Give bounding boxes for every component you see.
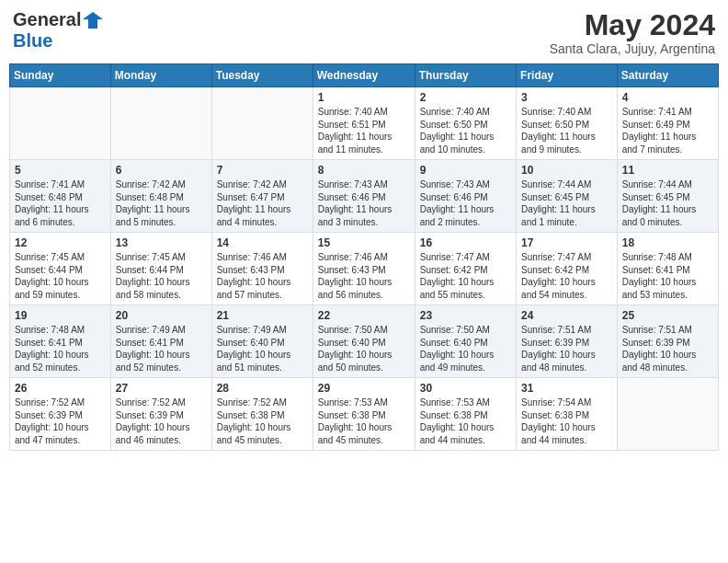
month-title: May 2024 bbox=[550, 9, 715, 41]
calendar-cell: 25Sunrise: 7:51 AM Sunset: 6:39 PM Dayli… bbox=[617, 305, 718, 378]
calendar-cell: 28Sunrise: 7:52 AM Sunset: 6:38 PM Dayli… bbox=[211, 378, 313, 451]
day-info: Sunrise: 7:48 AM Sunset: 6:41 PM Dayligh… bbox=[622, 251, 713, 301]
calendar-cell bbox=[617, 378, 718, 451]
calendar-cell: 9Sunrise: 7:43 AM Sunset: 6:46 PM Daylig… bbox=[415, 160, 516, 233]
day-info: Sunrise: 7:47 AM Sunset: 6:42 PM Dayligh… bbox=[521, 251, 612, 301]
calendar-cell: 31Sunrise: 7:54 AM Sunset: 6:38 PM Dayli… bbox=[517, 378, 618, 451]
calendar-cell bbox=[110, 87, 211, 160]
day-info: Sunrise: 7:42 AM Sunset: 6:47 PM Dayligh… bbox=[217, 178, 308, 228]
calendar-header-row: SundayMondayTuesdayWednesdayThursdayFrid… bbox=[10, 64, 719, 87]
page-header: General Blue May 2024 Santa Clara, Jujuy… bbox=[9, 9, 719, 56]
day-info: Sunrise: 7:47 AM Sunset: 6:42 PM Dayligh… bbox=[420, 251, 511, 301]
logo: General Blue bbox=[13, 9, 105, 52]
col-header-sunday: Sunday bbox=[10, 64, 111, 87]
day-info: Sunrise: 7:40 AM Sunset: 6:51 PM Dayligh… bbox=[318, 106, 410, 155]
day-number: 19 bbox=[15, 309, 106, 322]
day-number: 26 bbox=[15, 382, 106, 395]
calendar-cell: 4Sunrise: 7:41 AM Sunset: 6:49 PM Daylig… bbox=[617, 87, 718, 160]
calendar-cell bbox=[10, 87, 111, 160]
calendar-cell: 27Sunrise: 7:52 AM Sunset: 6:39 PM Dayli… bbox=[110, 378, 211, 451]
calendar-cell: 3Sunrise: 7:40 AM Sunset: 6:50 PM Daylig… bbox=[517, 87, 618, 160]
day-number: 2 bbox=[420, 91, 511, 104]
day-info: Sunrise: 7:46 AM Sunset: 6:43 PM Dayligh… bbox=[217, 251, 308, 301]
calendar-cell: 20Sunrise: 7:49 AM Sunset: 6:41 PM Dayli… bbox=[110, 305, 211, 378]
day-number: 31 bbox=[521, 382, 612, 395]
calendar-week-3: 12Sunrise: 7:45 AM Sunset: 6:44 PM Dayli… bbox=[10, 233, 719, 305]
day-info: Sunrise: 7:43 AM Sunset: 6:46 PM Dayligh… bbox=[318, 178, 410, 228]
calendar-cell: 16Sunrise: 7:47 AM Sunset: 6:42 PM Dayli… bbox=[415, 233, 516, 305]
day-info: Sunrise: 7:50 AM Sunset: 6:40 PM Dayligh… bbox=[318, 324, 410, 373]
day-info: Sunrise: 7:53 AM Sunset: 6:38 PM Dayligh… bbox=[318, 396, 410, 446]
calendar-cell: 29Sunrise: 7:53 AM Sunset: 6:38 PM Dayli… bbox=[313, 378, 415, 451]
col-header-saturday: Saturday bbox=[617, 64, 718, 87]
logo-bird-icon bbox=[83, 10, 103, 30]
calendar-week-5: 26Sunrise: 7:52 AM Sunset: 6:39 PM Dayli… bbox=[10, 378, 719, 451]
calendar-cell: 21Sunrise: 7:49 AM Sunset: 6:40 PM Dayli… bbox=[211, 305, 313, 378]
day-info: Sunrise: 7:44 AM Sunset: 6:45 PM Dayligh… bbox=[622, 178, 713, 228]
day-info: Sunrise: 7:43 AM Sunset: 6:46 PM Dayligh… bbox=[420, 178, 511, 228]
day-number: 29 bbox=[318, 382, 410, 395]
day-info: Sunrise: 7:45 AM Sunset: 6:44 PM Dayligh… bbox=[116, 251, 207, 301]
location: Santa Clara, Jujuy, Argentina bbox=[550, 41, 715, 56]
day-number: 7 bbox=[217, 164, 308, 177]
day-number: 4 bbox=[622, 91, 713, 104]
day-number: 30 bbox=[420, 382, 511, 395]
calendar-cell: 7Sunrise: 7:42 AM Sunset: 6:47 PM Daylig… bbox=[211, 160, 313, 233]
calendar-cell: 30Sunrise: 7:53 AM Sunset: 6:38 PM Dayli… bbox=[415, 378, 516, 451]
day-info: Sunrise: 7:52 AM Sunset: 6:38 PM Dayligh… bbox=[217, 396, 308, 446]
day-info: Sunrise: 7:51 AM Sunset: 6:39 PM Dayligh… bbox=[521, 324, 612, 373]
calendar-cell: 22Sunrise: 7:50 AM Sunset: 6:40 PM Dayli… bbox=[313, 305, 415, 378]
calendar-cell: 10Sunrise: 7:44 AM Sunset: 6:45 PM Dayli… bbox=[517, 160, 618, 233]
day-info: Sunrise: 7:46 AM Sunset: 6:43 PM Dayligh… bbox=[318, 251, 410, 301]
day-number: 21 bbox=[217, 309, 308, 322]
day-number: 5 bbox=[15, 164, 106, 177]
calendar-cell: 23Sunrise: 7:50 AM Sunset: 6:40 PM Dayli… bbox=[415, 305, 516, 378]
day-number: 18 bbox=[622, 236, 713, 249]
svg-marker-0 bbox=[83, 12, 103, 29]
day-number: 23 bbox=[420, 309, 511, 322]
day-number: 12 bbox=[15, 236, 106, 249]
day-info: Sunrise: 7:49 AM Sunset: 6:41 PM Dayligh… bbox=[116, 324, 207, 373]
col-header-monday: Monday bbox=[110, 64, 211, 87]
day-number: 9 bbox=[420, 164, 511, 177]
day-info: Sunrise: 7:44 AM Sunset: 6:45 PM Dayligh… bbox=[521, 178, 612, 228]
day-info: Sunrise: 7:42 AM Sunset: 6:48 PM Dayligh… bbox=[116, 178, 207, 228]
day-number: 10 bbox=[521, 164, 612, 177]
calendar-cell: 19Sunrise: 7:48 AM Sunset: 6:41 PM Dayli… bbox=[10, 305, 111, 378]
day-info: Sunrise: 7:40 AM Sunset: 6:50 PM Dayligh… bbox=[521, 106, 612, 155]
day-info: Sunrise: 7:41 AM Sunset: 6:49 PM Dayligh… bbox=[622, 106, 713, 155]
day-number: 20 bbox=[116, 309, 207, 322]
calendar-cell: 5Sunrise: 7:41 AM Sunset: 6:48 PM Daylig… bbox=[10, 160, 111, 233]
day-number: 28 bbox=[217, 382, 308, 395]
calendar-table: SundayMondayTuesdayWednesdayThursdayFrid… bbox=[9, 63, 719, 451]
calendar-cell: 24Sunrise: 7:51 AM Sunset: 6:39 PM Dayli… bbox=[517, 305, 618, 378]
day-number: 6 bbox=[116, 164, 207, 177]
day-number: 13 bbox=[116, 236, 207, 249]
day-info: Sunrise: 7:48 AM Sunset: 6:41 PM Dayligh… bbox=[15, 324, 106, 373]
day-info: Sunrise: 7:41 AM Sunset: 6:48 PM Dayligh… bbox=[15, 178, 106, 228]
day-number: 15 bbox=[318, 236, 410, 249]
day-number: 17 bbox=[521, 236, 612, 249]
logo-general: General bbox=[13, 9, 81, 30]
calendar-cell: 11Sunrise: 7:44 AM Sunset: 6:45 PM Dayli… bbox=[617, 160, 718, 233]
day-number: 22 bbox=[318, 309, 410, 322]
calendar-cell: 2Sunrise: 7:40 AM Sunset: 6:50 PM Daylig… bbox=[415, 87, 516, 160]
calendar-cell: 1Sunrise: 7:40 AM Sunset: 6:51 PM Daylig… bbox=[313, 87, 415, 160]
day-number: 14 bbox=[217, 236, 308, 249]
day-info: Sunrise: 7:50 AM Sunset: 6:40 PM Dayligh… bbox=[420, 324, 511, 373]
day-info: Sunrise: 7:54 AM Sunset: 6:38 PM Dayligh… bbox=[521, 396, 612, 446]
calendar-week-2: 5Sunrise: 7:41 AM Sunset: 6:48 PM Daylig… bbox=[10, 160, 719, 233]
calendar-cell: 15Sunrise: 7:46 AM Sunset: 6:43 PM Dayli… bbox=[313, 233, 415, 305]
col-header-friday: Friday bbox=[517, 64, 618, 87]
col-header-wednesday: Wednesday bbox=[313, 64, 415, 87]
day-info: Sunrise: 7:52 AM Sunset: 6:39 PM Dayligh… bbox=[15, 396, 106, 446]
day-info: Sunrise: 7:53 AM Sunset: 6:38 PM Dayligh… bbox=[420, 396, 511, 446]
day-info: Sunrise: 7:40 AM Sunset: 6:50 PM Dayligh… bbox=[420, 106, 511, 155]
logo-blue: Blue bbox=[13, 30, 52, 52]
calendar-cell: 13Sunrise: 7:45 AM Sunset: 6:44 PM Dayli… bbox=[110, 233, 211, 305]
day-number: 11 bbox=[622, 164, 713, 177]
day-number: 8 bbox=[318, 164, 410, 177]
day-info: Sunrise: 7:49 AM Sunset: 6:40 PM Dayligh… bbox=[217, 324, 308, 373]
calendar-cell: 18Sunrise: 7:48 AM Sunset: 6:41 PM Dayli… bbox=[617, 233, 718, 305]
day-number: 24 bbox=[521, 309, 612, 322]
